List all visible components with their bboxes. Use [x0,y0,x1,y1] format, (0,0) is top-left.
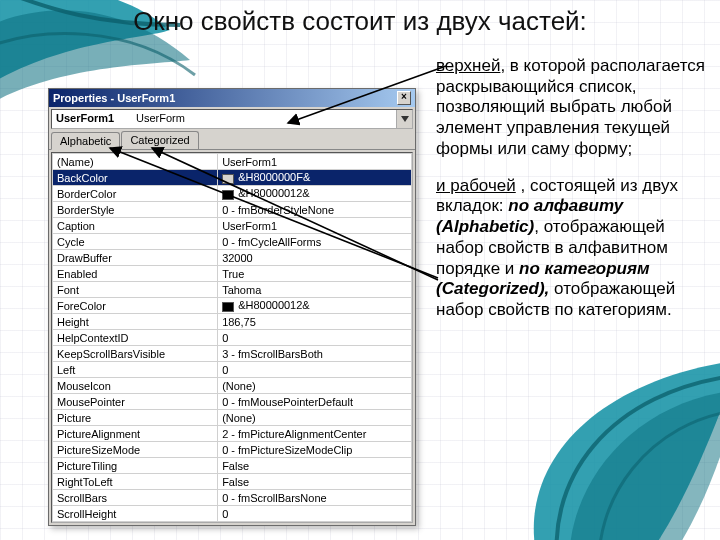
property-row[interactable]: MousePointer0 - fmMousePointerDefault [53,394,412,410]
tab-alphabetic[interactable]: Alphabetic [51,132,120,150]
property-row[interactable]: (Name)UserForm1 [53,154,412,170]
object-name: UserForm1 [52,110,132,128]
property-row[interactable]: BorderStyle0 - fmBorderStyleNone [53,202,412,218]
property-value[interactable]: True [218,266,412,282]
property-name: (Name) [53,154,218,170]
property-value[interactable]: (None) [218,410,412,426]
properties-window: Properties - UserForm1 × UserForm1 UserF… [48,88,416,526]
property-row[interactable]: DrawBuffer32000 [53,250,412,266]
property-value[interactable]: 0 [218,506,412,522]
property-name: DrawBuffer [53,250,218,266]
property-value[interactable]: &H8000000F& [218,170,412,186]
property-row[interactable]: Height186,75 [53,314,412,330]
property-row[interactable]: KeepScrollBarsVisible3 - fmScrollBarsBot… [53,346,412,362]
property-name: Height [53,314,218,330]
property-row[interactable]: Left0 [53,362,412,378]
color-chip [222,190,234,200]
property-name: Enabled [53,266,218,282]
property-row[interactable]: PictureAlignment2 - fmPictureAlignmentCe… [53,426,412,442]
property-row[interactable]: ScrollBars0 - fmScrollBarsNone [53,490,412,506]
property-name: ForeColor [53,298,218,314]
underline-top: верхней [436,56,500,75]
property-row[interactable]: EnabledTrue [53,266,412,282]
property-name: KeepScrollBarsVisible [53,346,218,362]
tab-categorized[interactable]: Categorized [121,131,198,149]
property-name: Font [53,282,218,298]
property-name: Left [53,362,218,378]
property-row[interactable]: RightToLeftFalse [53,474,412,490]
underline-work: и рабочей [436,176,516,195]
object-type: UserForm [132,110,396,128]
property-name: BorderColor [53,186,218,202]
property-row[interactable]: Cycle0 - fmCycleAllForms [53,234,412,250]
object-selector[interactable]: UserForm1 UserForm [51,109,413,129]
decorative-swoosh-bottom [510,340,720,540]
property-name: Picture [53,410,218,426]
property-value[interactable]: 32000 [218,250,412,266]
property-row[interactable]: HelpContextID0 [53,330,412,346]
property-value[interactable]: (None) [218,378,412,394]
property-value[interactable]: &H80000012& [218,298,412,314]
property-name: ScrollHeight [53,506,218,522]
description-para-1: верхней, в которой располагается раскрыв… [436,56,706,160]
property-name: RightToLeft [53,474,218,490]
page-title: Окно свойств состоит из двух частей: [133,6,587,37]
property-name: MousePointer [53,394,218,410]
chevron-down-icon[interactable] [396,110,412,128]
property-value[interactable]: 0 [218,362,412,378]
property-name: MouseIcon [53,378,218,394]
property-grid[interactable]: (Name)UserForm1BackColor&H8000000F&Borde… [51,152,413,523]
description-para-2: и рабочей , состоящей из двух вкладок: п… [436,176,706,321]
property-row[interactable]: FontTahoma [53,282,412,298]
property-name: PictureTiling [53,458,218,474]
property-value[interactable]: 2 - fmPictureAlignmentCenter [218,426,412,442]
property-name: PictureSizeMode [53,442,218,458]
property-name: HelpContextID [53,330,218,346]
property-row[interactable]: BackColor&H8000000F& [53,170,412,186]
property-value[interactable]: 0 - fmCycleAllForms [218,234,412,250]
property-row[interactable]: Picture(None) [53,410,412,426]
property-name: ScrollBars [53,490,218,506]
property-value[interactable]: UserForm1 [218,218,412,234]
property-name: Caption [53,218,218,234]
property-value[interactable]: 0 - fmMousePointerDefault [218,394,412,410]
property-value[interactable]: 0 [218,330,412,346]
svg-marker-0 [401,116,409,122]
property-value[interactable]: Tahoma [218,282,412,298]
property-tabs: Alphabetic Categorized [49,131,415,150]
property-value[interactable]: False [218,458,412,474]
property-row[interactable]: ScrollHeight0 [53,506,412,522]
property-value[interactable]: 3 - fmScrollBarsBoth [218,346,412,362]
property-name: BorderStyle [53,202,218,218]
property-value[interactable]: &H80000012& [218,186,412,202]
property-row[interactable]: MouseIcon(None) [53,378,412,394]
property-row[interactable]: BorderColor&H80000012& [53,186,412,202]
property-value[interactable]: 0 - fmBorderStyleNone [218,202,412,218]
property-value[interactable]: 0 - fmPictureSizeModeClip [218,442,412,458]
close-button[interactable]: × [397,91,411,105]
property-value[interactable]: UserForm1 [218,154,412,170]
window-title: Properties - UserForm1 [53,92,175,104]
color-chip [222,302,234,312]
color-chip [222,174,234,184]
property-value[interactable]: 0 - fmScrollBarsNone [218,490,412,506]
property-name: PictureAlignment [53,426,218,442]
property-row[interactable]: CaptionUserForm1 [53,218,412,234]
property-row[interactable]: PictureSizeMode0 - fmPictureSizeModeClip [53,442,412,458]
titlebar[interactable]: Properties - UserForm1 × [49,89,415,107]
property-value[interactable]: False [218,474,412,490]
property-row[interactable]: PictureTilingFalse [53,458,412,474]
description-column: верхней, в которой располагается раскрыв… [436,56,706,337]
property-row[interactable]: ForeColor&H80000012& [53,298,412,314]
property-name: BackColor [53,170,218,186]
property-value[interactable]: 186,75 [218,314,412,330]
property-name: Cycle [53,234,218,250]
